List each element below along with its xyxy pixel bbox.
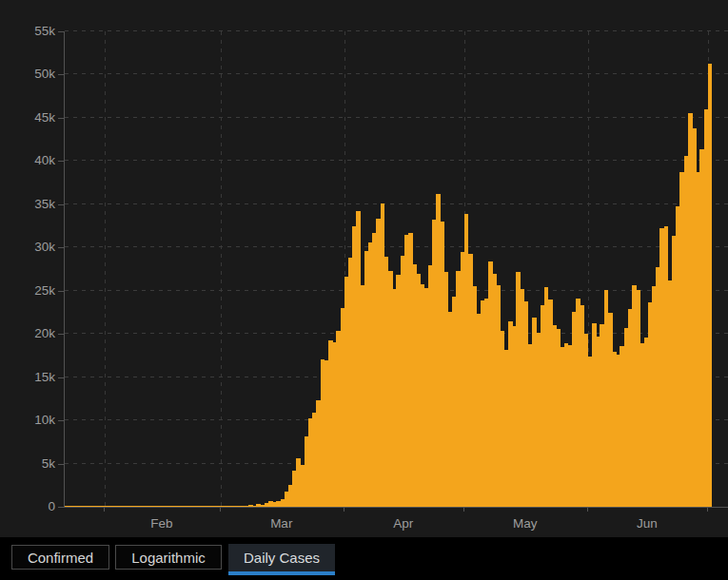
y-axis-tick [58,377,64,378]
active-tab-underline [228,571,335,575]
y-axis-label: 40k [13,153,55,168]
y-gridline [65,73,728,74]
y-axis-label: 45k [13,110,55,126]
x-axis-tick [587,508,588,512]
x-axis-label: Apr [393,516,413,531]
y-axis-tick [58,291,64,292]
y-axis-tick [58,420,64,421]
tab-confirmed[interactable]: Confirmed [11,545,109,570]
y-gridline [65,117,728,118]
tab-daily-cases[interactable]: Daily Cases [228,544,335,571]
y-axis-tick [58,334,64,335]
x-gridline [221,31,222,507]
y-axis-tick [58,507,64,508]
x-axis-tick [104,508,105,512]
y-gridline [65,203,728,204]
plot-area [64,31,728,508]
x-axis-tick [707,508,708,512]
x-axis-label: Jun [637,516,658,531]
x-axis-tick [220,508,221,512]
y-axis-label: 20k [13,326,55,341]
y-axis-label: 5k [13,456,55,472]
x-gridline [105,31,106,507]
x-axis-tick [463,508,464,512]
y-axis-label: 35k [13,197,55,212]
chart-tab-bar: Confirmed Logarithmic Daily Cases [0,537,728,580]
y-axis-tick [58,464,64,465]
y-axis-tick [58,118,64,119]
y-axis-label: 25k [13,283,55,299]
y-axis-label: 50k [13,67,55,82]
x-axis-tick [344,508,344,512]
tab-logarithmic[interactable]: Logarithmic [115,545,222,570]
y-gridline [65,160,728,161]
daily-cases-chart: 05k10k15k20k25k30k35k40k45k50k55k FebMar… [0,0,728,537]
x-axis-label: Feb [150,516,172,531]
y-axis-label: 15k [13,370,55,385]
x-axis-label: Mar [270,516,292,531]
y-axis-label: 55k [13,24,55,39]
daily-cases-bar [708,64,713,507]
y-gridline [65,30,728,31]
y-axis-label: 0 [13,499,55,514]
y-axis-label: 30k [13,240,55,255]
y-axis-label: 10k [13,413,55,428]
y-axis-tick [58,31,64,32]
y-axis-tick [58,204,64,205]
y-axis-tick [58,74,64,75]
y-axis-tick [58,247,64,248]
y-gridline [65,246,728,247]
y-axis-tick [58,161,64,162]
x-axis-label: May [513,516,538,531]
